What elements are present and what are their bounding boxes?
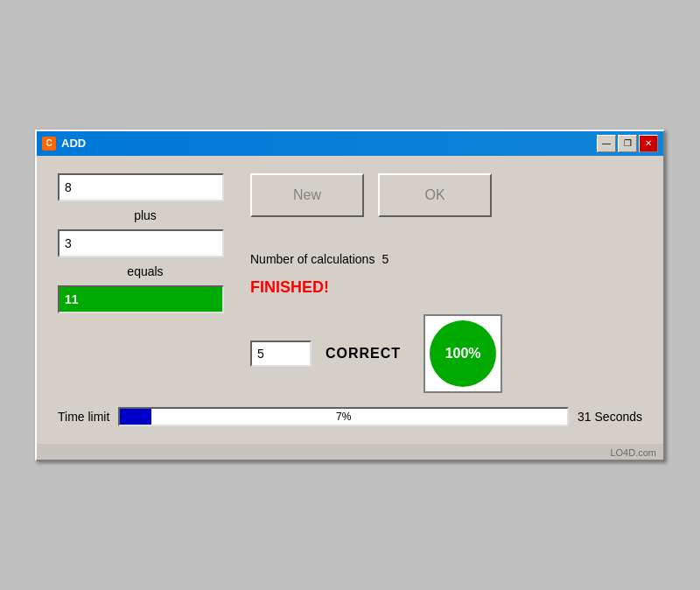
correct-count-input[interactable] bbox=[250, 341, 312, 367]
main-window: C ADD — ❐ ✕ plus equals New OK bbox=[35, 130, 665, 461]
close-button[interactable]: ✕ bbox=[639, 135, 658, 152]
new-button[interactable]: New bbox=[250, 173, 364, 217]
title-controls: — ❐ ✕ bbox=[597, 135, 658, 152]
ok-button[interactable]: OK bbox=[378, 173, 492, 217]
percentage-circle: 100% bbox=[430, 320, 496, 387]
watermark: LO4D.com bbox=[37, 444, 663, 460]
title-bar-left: C ADD bbox=[42, 137, 86, 151]
minimize-button[interactable]: — bbox=[597, 135, 616, 152]
time-row: Time limit 7% 31 Seconds bbox=[58, 407, 642, 426]
top-buttons: New OK bbox=[250, 173, 642, 217]
circle-value: 100% bbox=[445, 346, 481, 362]
restore-button[interactable]: ❐ bbox=[618, 135, 637, 152]
progress-bar: 7% bbox=[118, 407, 569, 426]
left-panel: plus equals bbox=[58, 173, 233, 393]
num1-input[interactable] bbox=[58, 173, 224, 201]
window-title: ADD bbox=[61, 137, 86, 150]
calc-count-value: 5 bbox=[382, 252, 388, 266]
finished-label: FINISHED! bbox=[250, 278, 642, 297]
correct-row: CORRECT 100% bbox=[250, 314, 642, 393]
title-bar: C ADD — ❐ ✕ bbox=[37, 131, 663, 156]
calc-info: Number of calculations 5 bbox=[250, 252, 642, 266]
equals-label: equals bbox=[58, 261, 233, 282]
result-input[interactable] bbox=[58, 285, 224, 313]
calc-count-label: Number of calculations bbox=[250, 252, 374, 266]
content-area: plus equals New OK Number of calculation… bbox=[37, 156, 663, 444]
main-row: plus equals New OK Number of calculation… bbox=[58, 173, 642, 393]
correct-label: CORRECT bbox=[326, 346, 401, 362]
num2-input[interactable] bbox=[58, 229, 224, 257]
progress-percent-label: 7% bbox=[120, 411, 567, 423]
right-panel: New OK Number of calculations 5 FINISHED… bbox=[250, 173, 642, 393]
app-icon: C bbox=[42, 137, 56, 151]
time-limit-label: Time limit bbox=[58, 410, 109, 424]
seconds-label: 31 Seconds bbox=[578, 410, 642, 424]
circle-container: 100% bbox=[424, 314, 502, 393]
plus-label: plus bbox=[58, 205, 233, 226]
